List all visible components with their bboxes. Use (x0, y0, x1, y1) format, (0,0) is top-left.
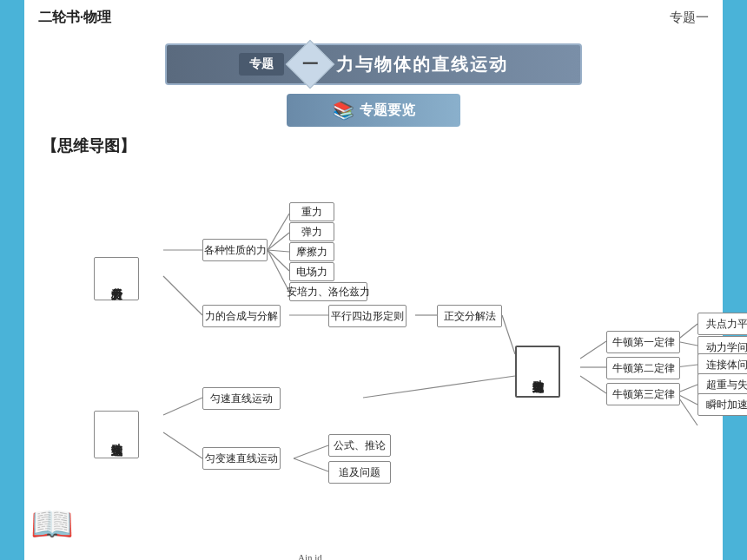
ain-id-label: Ain id (298, 552, 322, 560)
chapter-label: 专题一 (670, 10, 709, 26)
node-tanli: 弹力 (289, 222, 334, 241)
node-newton1: 牛顿第一定律 (606, 331, 680, 353)
node-newton3: 牛顿第三定律 (606, 383, 680, 405)
svg-line-3 (268, 250, 289, 252)
svg-line-6 (163, 276, 202, 315)
node-zhengjiao: 正交分解法 (437, 305, 502, 327)
topic-banner: 专题 一 力与物体的直线运动 (165, 43, 582, 85)
node-newton2: 牛顿第二定律 (606, 357, 680, 379)
node-app5: 瞬时加速度 (697, 393, 747, 416)
bottom-decoration: 📖 (30, 504, 91, 551)
book-icon: 📖 (30, 504, 74, 544)
node-zhuiji: 追及问题 (328, 461, 391, 484)
right-sidebar (723, 0, 747, 560)
topic-number: 一 (302, 54, 318, 75)
node-main-center: 力与直线运动 (515, 346, 560, 398)
svg-line-4 (268, 250, 289, 271)
mind-map-title: 【思维导图】 (42, 135, 705, 156)
overview-banner: 📚 专题要览 (287, 94, 460, 127)
node-hecheng: 力的合成与分解 (202, 305, 281, 327)
overview-label: 专题要览 (360, 102, 415, 120)
node-app1: 共点力平衡 (697, 313, 747, 335)
book-title: 二轮书·物理 (38, 9, 111, 27)
node-junbianshu: 匀变速直线运动 (202, 447, 281, 470)
svg-line-2 (268, 233, 289, 250)
node-shouliifenxi: 受力分析 (94, 257, 139, 300)
main-content: 专题 一 力与物体的直线运动 📚 专题要览 【思维导图】 (24, 35, 723, 560)
topic-title: 力与物体的直线运动 (336, 53, 508, 76)
svg-line-11 (163, 432, 202, 458)
node-zhongli: 重力 (289, 202, 334, 221)
page-header: 二轮书·物理 专题一 (24, 0, 723, 35)
mind-map: 受力分析 各种性质的力 重力 弹力 摩擦力 电场力 安培力、洛伦兹力 力的合成与… (42, 163, 705, 511)
node-yunsu: 匀速直线运动 (202, 387, 281, 410)
svg-line-13 (294, 458, 328, 471)
topic-diamond: 一 (286, 40, 335, 89)
svg-line-18 (580, 376, 606, 393)
node-zhixian: 直线运动 (94, 411, 139, 458)
node-pingxing: 平行四边形定则 (328, 305, 407, 327)
svg-line-15 (363, 376, 515, 398)
node-dianchang: 电场力 (289, 262, 334, 281)
svg-line-1 (268, 214, 289, 250)
topic-label: 专题 (239, 53, 284, 76)
node-gongshi: 公式、推论 (328, 434, 391, 457)
svg-line-14 (502, 315, 515, 354)
svg-line-16 (580, 341, 606, 359)
left-sidebar (0, 0, 24, 560)
svg-line-12 (294, 445, 328, 458)
node-gezhongxingzhi: 各种性质的力 (202, 239, 268, 261)
node-mocali: 摩擦力 (289, 242, 334, 261)
svg-line-10 (163, 398, 202, 415)
node-anpei: 安培力、洛伦兹力 (289, 282, 367, 301)
book-overview-icon: 📚 (333, 100, 354, 121)
